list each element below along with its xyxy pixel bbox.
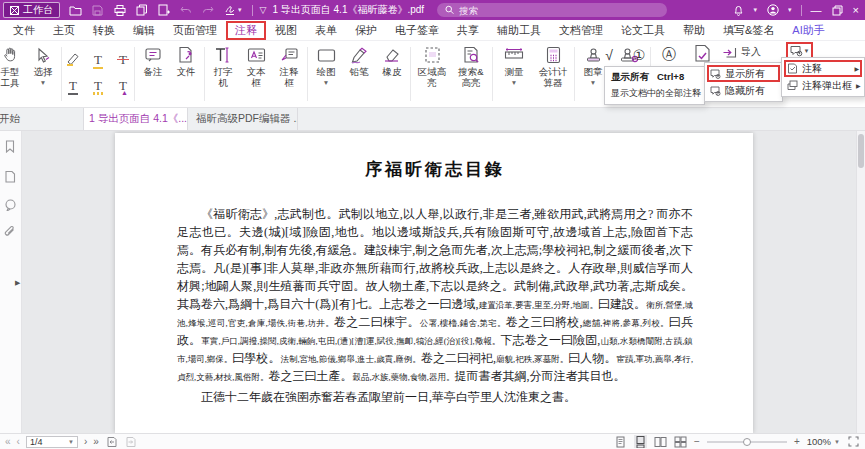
zoom-level-control[interactable]: 100% ▼ <box>807 436 840 447</box>
previous-page-icon[interactable]: ‹ <box>17 437 20 447</box>
underline-text-icon[interactable]: T <box>87 47 109 71</box>
area-highlight-button[interactable]: 区域高亮 <box>415 45 449 88</box>
zoom-in-icon[interactable]: + <box>794 437 800 447</box>
tab-form[interactable]: 表单 <box>306 21 346 40</box>
workspace-button[interactable]: 工作台 <box>3 2 60 18</box>
zoom-slider[interactable] <box>707 441 787 443</box>
notifications-caret-icon[interactable]: ▾ <box>754 6 758 14</box>
print-icon[interactable] <box>113 4 126 17</box>
scrollbar-thumb[interactable] <box>858 134 864 168</box>
eraser-button[interactable]: 橡皮 <box>378 45 406 78</box>
draw-button[interactable]: 绘图 ▼ <box>312 45 340 86</box>
tab-edit[interactable]: 编辑 <box>124 21 164 40</box>
close-icon[interactable]: × <box>853 5 859 16</box>
tab-comment[interactable]: 注释 <box>226 21 266 40</box>
zoom-slider-thumb[interactable] <box>743 438 751 446</box>
comments-panel-icon[interactable] <box>4 197 18 211</box>
search-box[interactable] <box>437 3 667 17</box>
import-comments-button[interactable]: 导入 <box>722 45 761 59</box>
next-page-icon[interactable]: › <box>84 437 87 447</box>
notifications-bell-icon[interactable] <box>732 4 745 17</box>
menu-item-show-all[interactable]: 显示所有 <box>707 65 780 82</box>
tab-home[interactable]: 主页 <box>44 21 84 40</box>
facing-view-icon[interactable] <box>654 435 667 448</box>
menu-item-comment-popups[interactable]: 注释弹出框 ▶ <box>784 77 862 94</box>
calculator-button[interactable]: 会计计算器 <box>536 45 570 88</box>
previous-view-icon[interactable] <box>105 435 118 448</box>
squiggly-underline-text-icon[interactable]: T <box>87 73 109 97</box>
attachments-panel-icon[interactable] <box>4 225 18 239</box>
quick-sign-icon[interactable] <box>223 4 236 17</box>
insert-text-icon[interactable]: T▲ <box>112 73 134 97</box>
hand-tool-button[interactable]: 手型工具 <box>0 45 24 88</box>
grid-view-icon[interactable] <box>674 435 687 448</box>
page-number-box[interactable]: 1/4 ▼ <box>26 436 78 448</box>
new-document-icon[interactable] <box>157 4 170 17</box>
measure-button[interactable]: 测量 ▼ <box>497 45 531 86</box>
panel-expand-handle[interactable]: ▶ <box>15 279 20 287</box>
tab-share[interactable]: 共享 <box>448 21 488 40</box>
last-page-icon[interactable]: » <box>93 437 99 447</box>
continuous-view-icon[interactable] <box>634 435 647 448</box>
single-page-view-icon[interactable] <box>614 435 627 448</box>
tab-page-management[interactable]: 页面管理 <box>164 21 226 40</box>
double-underline-text-icon[interactable]: T <box>62 73 84 97</box>
tab-help[interactable]: 帮助 <box>674 21 714 40</box>
checkmark-stamp-button[interactable]: √ <box>598 45 620 65</box>
area-highlight-icon <box>422 45 442 65</box>
collapse-toolbar-icon[interactable]: ▽ <box>260 5 267 15</box>
zoom-level: 100% <box>807 436 831 447</box>
callout-icon <box>279 45 299 65</box>
open-folder-icon[interactable] <box>69 4 82 17</box>
undo-icon[interactable] <box>179 4 192 17</box>
menu-item-comments[interactable]: 注释 ▶ <box>784 60 862 77</box>
search-icon <box>445 5 454 15</box>
callout-button[interactable]: 注释框 <box>275 45 303 88</box>
file-attachment-button[interactable]: 文件 <box>172 45 200 78</box>
doc-tab-active[interactable]: 1 导出页面自 4.1《... × <box>84 108 188 130</box>
note-button[interactable]: 备注 <box>139 45 167 78</box>
page-thumbnails-panel-icon[interactable] <box>4 169 18 183</box>
doc-tab-start[interactable]: 开始 <box>0 108 84 130</box>
quick-sign-caret-icon[interactable]: ▾ <box>238 6 242 14</box>
letter-stamp-button[interactable]: Ⓐ <box>658 45 680 65</box>
typewriter-button[interactable]: 打字机 <box>209 45 237 88</box>
tab-view[interactable]: 视图 <box>266 21 306 40</box>
file-attachment-icon <box>176 45 196 65</box>
strikethrough-text-icon[interactable]: T <box>112 47 134 71</box>
search-highlight-button[interactable]: 搜索&高亮 <box>454 45 488 88</box>
select-tool-button[interactable]: 选择 ▼ <box>29 45 57 86</box>
bookmarks-panel-icon[interactable] <box>4 139 18 153</box>
avatar-icon[interactable] <box>766 4 779 17</box>
highlight-text-icon[interactable] <box>62 47 84 71</box>
tab-file[interactable]: 文件 <box>4 21 44 40</box>
document-title: 1 导出页面自 4.1《福昕藤卷》.pdf <box>272 3 424 17</box>
copy-document-icon[interactable] <box>135 4 148 17</box>
restore-window-icon[interactable] <box>831 4 844 17</box>
account-caret-icon[interactable]: ▾ <box>788 6 792 14</box>
menu-item-hide-all[interactable]: 隐藏所有 <box>707 82 780 99</box>
vertical-scrollbar[interactable] <box>856 131 865 433</box>
tab-protect[interactable]: 保护 <box>346 21 386 40</box>
page-caret-icon: ▼ <box>68 439 74 445</box>
tab-paper-tools[interactable]: 论文工具 <box>612 21 674 40</box>
search-input[interactable] <box>459 5 659 16</box>
pencil-button[interactable]: 铅笔 <box>345 45 373 78</box>
textbox-button[interactable]: 文本框 <box>242 45 270 88</box>
save-icon[interactable] <box>91 4 104 17</box>
tab-convert[interactable]: 转换 <box>84 21 124 40</box>
numbered-stamp-button[interactable]: ① <box>628 45 650 65</box>
zoom-out-icon[interactable]: − <box>694 437 700 447</box>
tab-esignature[interactable]: 电子签章 <box>386 21 448 40</box>
next-view-icon[interactable] <box>124 435 137 448</box>
doc-tab-editor[interactable]: 福昕高级PDF编辑器 ... <box>188 108 298 130</box>
tab-ai-assistant[interactable]: AI助手 <box>783 21 833 40</box>
submenu-arrow-icon: ▶ <box>856 82 861 89</box>
fit-screen-icon[interactable] <box>847 435 860 448</box>
tab-fill-sign[interactable]: 填写&签名 <box>714 21 783 40</box>
minimize-icon[interactable]: — <box>811 5 822 16</box>
first-page-icon[interactable]: « <box>5 437 11 447</box>
redo-icon[interactable] <box>201 4 214 17</box>
tab-accessibility[interactable]: 辅助工具 <box>488 21 550 40</box>
tab-doc-management[interactable]: 文档管理 <box>550 21 612 40</box>
